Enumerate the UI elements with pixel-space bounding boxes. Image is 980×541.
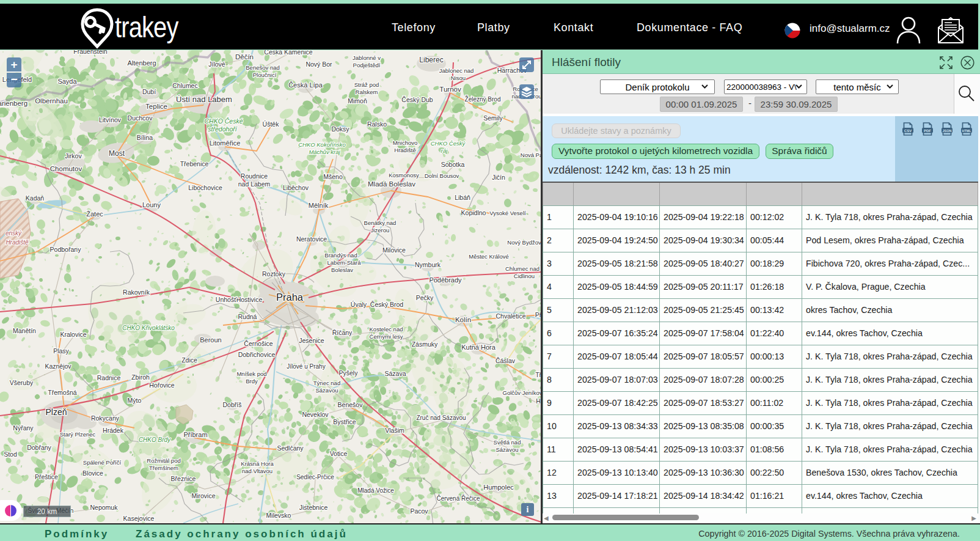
svg-text:Libochovice: Libochovice: [188, 184, 222, 191]
svg-text:Hradiště: Hradiště: [5, 239, 29, 246]
svg-text:Sobotka: Sobotka: [441, 161, 465, 168]
svg-text:Úštěk: Úštěk: [263, 120, 280, 128]
svg-text:Kostelec nad: Kostelec nad: [370, 326, 403, 333]
svg-text:Dobřany: Dobřany: [27, 444, 51, 451]
svg-text:Pyšely: Pyšely: [339, 369, 359, 377]
svg-text:Starý Plzenec: Starý Plzenec: [60, 431, 96, 438]
svg-text:Milevsko: Milevsko: [266, 512, 291, 519]
svg-text:Humpolec: Humpolec: [483, 484, 514, 491]
svg-text:Kasejovice: Kasejovice: [123, 515, 155, 522]
svg-text:Kaznějov: Kaznějov: [45, 363, 71, 370]
svg-text:Teplice: Teplice: [145, 103, 167, 110]
svg-text:Všeruby: Všeruby: [10, 379, 34, 386]
svg-text:středohoří: středohoří: [208, 125, 237, 133]
svg-text:CHKO Brdy: CHKO Brdy: [139, 436, 171, 443]
svg-text:Vysoké Veselí: Vysoké Veselí: [489, 210, 526, 216]
svg-text:Máchův kraj: Máchův kraj: [309, 149, 340, 155]
svg-text:Labem-Stará: Labem-Stará: [327, 259, 362, 266]
svg-text:Unhošť: Unhošť: [216, 296, 237, 303]
svg-text:Čáslav: Čáslav: [495, 357, 516, 364]
svg-text:Česká Lípa: Česká Lípa: [288, 81, 323, 89]
svg-text:Sázavou: Sázavou: [496, 446, 519, 453]
svg-text:enský: enský: [5, 230, 22, 237]
svg-text:Hořovice: Hořovice: [149, 381, 175, 389]
svg-text:Zásmuky: Zásmuky: [412, 340, 438, 348]
svg-text:Rokycany: Rokycany: [91, 414, 120, 422]
svg-text:Altenberg: Altenberg: [127, 59, 156, 67]
svg-text:Rožmitál pod: Rožmitál pod: [147, 457, 180, 464]
svg-text:Dobřichovice: Dobřichovice: [238, 351, 276, 358]
svg-text:Chlumec: Chlumec: [172, 82, 197, 89]
svg-text:Přeštice: Přeštice: [35, 473, 58, 480]
svg-text:Třebenice: Třebenice: [180, 160, 209, 167]
svg-text:Černými lesy: Černými lesy: [370, 333, 403, 340]
svg-text:Semily: Semily: [483, 114, 503, 122]
svg-text:Česká Kamenice: Česká Kamenice: [264, 50, 313, 56]
svg-text:Sayda: Sayda: [57, 78, 77, 85]
svg-text:Děčín: Děčín: [235, 53, 254, 61]
svg-text:Nový Bor: Nový Bor: [305, 61, 332, 68]
svg-text:Mirovice: Mirovice: [191, 492, 215, 499]
svg-text:Neratovice: Neratovice: [296, 235, 327, 243]
svg-text:Litoměřice: Litoměřice: [210, 139, 241, 147]
svg-text:Pečky: Pečky: [416, 294, 434, 301]
svg-text:Kutná Hora: Kutná Hora: [461, 344, 496, 351]
svg-text:CSV: CSV: [904, 129, 912, 133]
svg-text:Rakovník: Rakovník: [123, 289, 150, 296]
svg-text:Brdy: Brdy: [246, 378, 258, 385]
svg-text:Třemošná: Třemošná: [48, 389, 76, 396]
svg-text:Chomutov: Chomutov: [50, 165, 82, 172]
svg-text:Černošice: Černošice: [244, 340, 272, 347]
svg-text:Nový Bydžov: Nový Bydžov: [507, 239, 541, 246]
svg-text:Kolín: Kolín: [455, 316, 471, 323]
svg-text:Liberec: Liberec: [419, 56, 443, 64]
svg-text:Třemšínem: Třemšínem: [149, 465, 178, 471]
svg-text:Jablonné v: Jablonné v: [353, 54, 381, 61]
svg-text:Kadaň: Kadaň: [26, 194, 45, 202]
svg-text:Sedlčany: Sedlčany: [277, 444, 304, 452]
svg-text:Nová Pa: Nová Pa: [521, 152, 541, 158]
svg-text:Jesenice: Jesenice: [299, 337, 324, 344]
svg-text:CHKO Český: CHKO Český: [431, 140, 466, 147]
svg-text:Litvínov: Litvínov: [99, 116, 122, 123]
svg-text:Mšeno: Mšeno: [323, 173, 343, 180]
svg-text:Jistebnice: Jistebnice: [299, 504, 328, 511]
svg-text:Blovice: Blovice: [82, 469, 103, 477]
svg-text:Červená Řečice: Červená Řečice: [436, 495, 480, 502]
svg-text:Příbram: Příbram: [183, 431, 207, 438]
svg-text:Radnice: Radnice: [97, 374, 121, 381]
svg-text:Nýřany: Nýřany: [13, 424, 34, 432]
svg-text:Jirkov: Jirkov: [65, 152, 82, 160]
svg-text:Neveklov: Neveklov: [302, 411, 329, 418]
svg-text:Nepomuk: Nepomuk: [90, 504, 119, 511]
svg-text:Ústí nad Labem: Ústí nad Labem: [176, 95, 232, 104]
svg-text:Milovice: Milovice: [382, 246, 406, 254]
svg-text:Turnov: Turnov: [439, 86, 461, 93]
svg-text:Žatec: Žatec: [86, 210, 103, 218]
svg-text:Manětín: Manětín: [13, 327, 36, 334]
svg-text:Železný Brod: Železný Brod: [465, 95, 501, 103]
svg-text:Český Dub: Český Dub: [401, 96, 433, 103]
svg-text:Benátky nad: Benátky nad: [364, 219, 397, 226]
svg-text:Městec Králové: Městec Králové: [469, 253, 508, 260]
svg-text:Kralovice: Kralovice: [60, 331, 86, 338]
svg-text:Roztoky: Roztoky: [262, 270, 286, 278]
svg-text:Podbořany: Podbořany: [50, 246, 82, 253]
svg-text:Boleslav: Boleslav: [331, 267, 353, 273]
svg-text:Duchcov: Duchcov: [128, 114, 153, 122]
svg-text:Jizerou: Jizerou: [371, 227, 390, 234]
svg-text:Votice: Votice: [330, 450, 348, 457]
svg-text:Březnice: Březnice: [171, 475, 196, 482]
svg-text:CHKO České: CHKO České: [204, 117, 243, 125]
svg-text:Mnichovo: Mnichovo: [393, 139, 418, 146]
svg-text:Podještědí: Podještědí: [353, 62, 381, 68]
svg-text:Hradiště: Hradiště: [394, 147, 415, 153]
svg-text:Dobříš: Dobříš: [223, 401, 242, 408]
svg-text:Poděbrady: Poděbrady: [429, 276, 462, 284]
svg-text:Vlašim: Vlašim: [385, 427, 404, 434]
svg-text:Spálené Poříčí: Spálené Poříčí: [83, 459, 122, 466]
svg-text:Jílové u Prahy: Jílové u Prahy: [287, 363, 325, 370]
svg-text:Zruč nad Sázavou: Zruč nad Sázavou: [416, 414, 466, 421]
svg-text:Brandýs nad: Brandýs nad: [324, 252, 357, 259]
svg-text:JSON: JSON: [943, 129, 952, 133]
